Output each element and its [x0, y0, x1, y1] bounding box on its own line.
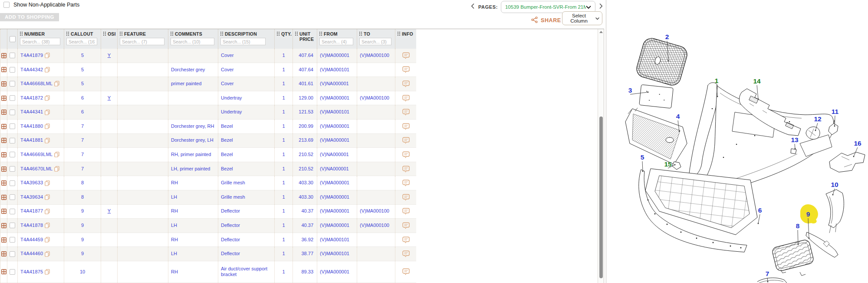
row-checkbox[interactable]	[10, 194, 15, 200]
table-row[interactable]: T4A418807Dorchester grey, RHBezel1200.99…	[0, 120, 416, 134]
drag-handle-icon[interactable]	[66, 32, 69, 36]
part-shape-grille[interactable]	[635, 36, 689, 87]
part-number-link[interactable]: T4A41880	[20, 123, 43, 130]
table-row[interactable]: T4A443416Undertray1121.53(V)MA000101	[0, 105, 416, 120]
copy-part-number-button[interactable]	[45, 53, 50, 58]
add-to-shopping-list-button[interactable]: ADD TO SHOPPING LIST	[0, 13, 59, 21]
table-row[interactable]: T4A418817Dorchester grey, LHBezel1213.69…	[0, 134, 416, 148]
drag-handle-icon[interactable]	[220, 32, 223, 36]
part-number-link[interactable]: T4A39634	[20, 194, 43, 200]
table-row[interactable]: T4A46669LML7RH, primer paintedBezel1210.…	[0, 148, 416, 162]
callout-label-1[interactable]: 1	[715, 77, 719, 84]
callout-label-9[interactable]: 9	[806, 210, 810, 218]
info-button[interactable]	[402, 222, 410, 229]
table-row[interactable]: T4A444609LHDeflector138.77(V)MA000101	[0, 247, 416, 261]
row-checkbox[interactable]	[10, 223, 15, 228]
info-button[interactable]	[402, 180, 410, 186]
info-button[interactable]	[402, 66, 410, 73]
column-search-input[interactable]	[120, 38, 164, 45]
table-row[interactable]: T4A396348LHGrille mesh1403.30(V)MA000001	[0, 190, 416, 205]
copy-part-number-button[interactable]	[45, 251, 50, 257]
drag-handle-icon[interactable]	[277, 32, 279, 36]
info-button[interactable]	[402, 250, 410, 257]
table-row[interactable]: T4A396338RHGrille mesh1403.30(V)MA000001	[0, 176, 416, 190]
part-shape-bracket-16[interactable]	[829, 152, 865, 172]
callout-group-6[interactable]: 6	[758, 206, 762, 224]
copy-part-number-button[interactable]	[54, 81, 59, 87]
scroll-up-icon[interactable]	[599, 31, 603, 33]
drag-handle-icon[interactable]	[120, 32, 122, 36]
info-button[interactable]	[402, 208, 410, 215]
info-button[interactable]	[402, 123, 410, 130]
callout-group-5[interactable]: 5	[641, 153, 644, 172]
part-number-link[interactable]: T4A44342	[20, 67, 43, 73]
show-non-applicable-checkbox[interactable]	[3, 2, 10, 8]
callout-label-16[interactable]: 16	[854, 140, 861, 147]
copy-part-number-button[interactable]	[54, 166, 59, 172]
osi-link[interactable]: Y	[108, 208, 111, 214]
copy-part-number-button[interactable]	[45, 110, 50, 115]
callout-label-3[interactable]: 3	[628, 87, 632, 94]
locate-part-button[interactable]	[1, 251, 7, 256]
part-number-link[interactable]: T4A41875	[20, 269, 43, 275]
part-number-link[interactable]: T4A39633	[20, 180, 43, 186]
part-number-link[interactable]: T4A41879	[20, 53, 43, 59]
row-checkbox[interactable]	[10, 269, 15, 275]
part-number-link[interactable]: T4A44460	[20, 251, 43, 257]
column-search-input[interactable]	[319, 38, 353, 45]
row-checkbox[interactable]	[10, 95, 15, 101]
info-button[interactable]	[402, 194, 410, 201]
info-button[interactable]	[402, 166, 410, 173]
callout-label-8[interactable]: 8	[796, 222, 800, 230]
locate-part-button[interactable]	[1, 81, 7, 87]
previous-page-button[interactable]	[470, 3, 475, 11]
table-row[interactable]: T4A46670LML7LH, primer paintedBezel1210.…	[0, 162, 416, 176]
table-row[interactable]: T4A418726YUndertray1129.00(V)MA000001(V)…	[0, 91, 416, 106]
copy-part-number-button[interactable]	[54, 152, 59, 157]
info-button[interactable]	[402, 80, 410, 87]
row-checkbox[interactable]	[10, 53, 15, 58]
callout-label-14[interactable]: 14	[753, 77, 761, 85]
row-checkbox[interactable]	[10, 180, 15, 186]
locate-part-button[interactable]	[1, 67, 7, 72]
drag-handle-icon[interactable]	[103, 32, 106, 36]
next-page-button[interactable]	[598, 3, 604, 11]
drag-handle-icon[interactable]	[20, 32, 23, 36]
select-column-button[interactable]: Select Column	[562, 11, 602, 25]
locate-part-button[interactable]	[1, 223, 7, 228]
part-number-link[interactable]: T4A41872	[20, 95, 43, 101]
drag-handle-icon[interactable]	[398, 32, 400, 36]
locate-part-button[interactable]	[1, 237, 7, 243]
callout-label-15[interactable]: 15	[664, 160, 672, 168]
locate-part-button[interactable]	[1, 138, 7, 143]
info-button[interactable]	[402, 236, 410, 243]
callout-label-10[interactable]: 10	[831, 181, 838, 188]
row-checkbox[interactable]	[10, 110, 15, 115]
locate-part-button[interactable]	[1, 195, 7, 200]
callout-label-11[interactable]: 11	[832, 108, 839, 115]
info-button[interactable]	[402, 52, 410, 59]
copy-part-number-button[interactable]	[45, 67, 50, 73]
part-number-link[interactable]: T4A41881	[20, 137, 43, 143]
locate-part-button[interactable]	[1, 110, 7, 115]
select-all-checkbox[interactable]	[10, 36, 16, 42]
row-checkbox[interactable]	[10, 251, 15, 257]
locate-part-button[interactable]	[1, 53, 7, 58]
column-search-input[interactable]	[171, 38, 214, 45]
locate-part-button[interactable]	[1, 180, 7, 186]
copy-part-number-button[interactable]	[45, 138, 50, 143]
table-row[interactable]: T4A4187510RHAir duct/cover support brack…	[0, 261, 416, 283]
table-scrollbar[interactable]	[598, 29, 604, 283]
part-shape-plate-plinth[interactable]	[639, 85, 674, 108]
part-number-link[interactable]: T4A46669LML	[20, 152, 53, 158]
osi-link[interactable]: Y	[108, 53, 111, 59]
callout-label-2[interactable]: 2	[665, 33, 669, 40]
drag-handle-icon[interactable]	[359, 32, 362, 36]
table-row[interactable]: T4A46668LML5primer paintedCover1401.61(V…	[0, 77, 416, 91]
part-number-link[interactable]: T4A44459	[20, 237, 43, 243]
part-shape-side-grille[interactable]	[771, 239, 814, 276]
info-button[interactable]	[402, 151, 410, 158]
row-checkbox[interactable]	[10, 123, 15, 129]
row-checkbox[interactable]	[10, 81, 15, 87]
part-number-link[interactable]: T4A46668LML	[20, 81, 53, 87]
